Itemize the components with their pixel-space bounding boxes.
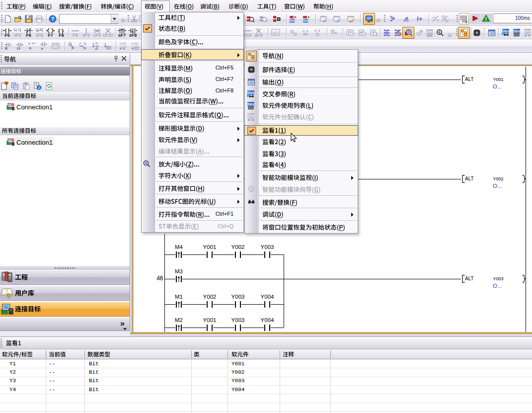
svg-text:ST: ST bbox=[273, 31, 278, 35]
svg-text:Dev: Dev bbox=[120, 43, 126, 47]
svg-text:Dev: Dev bbox=[513, 29, 520, 33]
svg-text:Dev: Dev bbox=[247, 90, 254, 95]
svg-text:Dev: Dev bbox=[247, 102, 254, 106]
svg-text:Dev: Dev bbox=[303, 19, 308, 22]
svg-text:Dev: Dev bbox=[426, 29, 433, 34]
svg-text:Dev: Dev bbox=[524, 29, 531, 33]
svg-text:?: ? bbox=[250, 187, 253, 192]
svg-text:Dev: Dev bbox=[289, 19, 295, 22]
svg-text:?: ? bbox=[51, 16, 55, 22]
svg-text:Dev: Dev bbox=[132, 43, 138, 47]
svg-text:Dev: Dev bbox=[247, 113, 254, 118]
svg-text:Dev: Dev bbox=[502, 29, 509, 33]
